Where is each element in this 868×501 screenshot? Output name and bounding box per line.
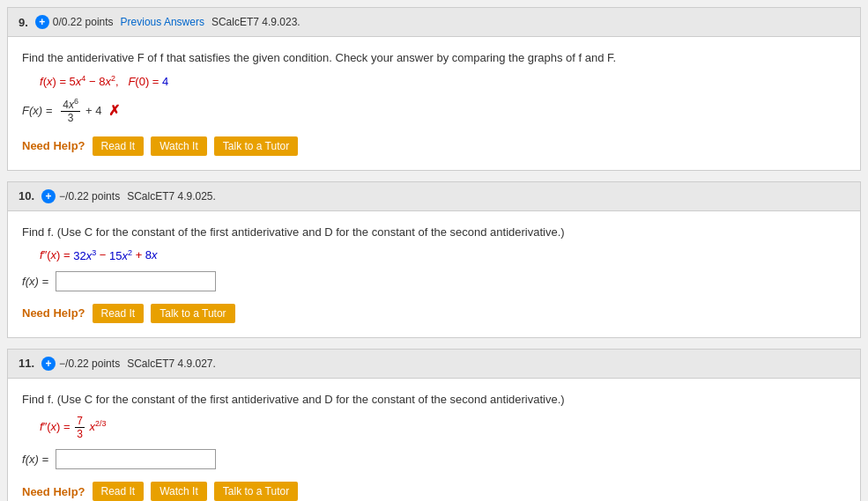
problem-9-points: 0/0.22 points	[53, 16, 114, 28]
x-mark-9: ✗	[108, 102, 120, 119]
problem-10-formula: f″(x) = 32x3 − 15x2 + 8x	[40, 247, 846, 262]
problem-11-code: SCalcET7 4.9.027.	[127, 357, 216, 370]
problem-9: 9. + 0/0.22 points Previous Answers SCal…	[7, 7, 861, 171]
problem-11-points-badge: + −/0.22 points	[41, 357, 120, 371]
watch-it-btn-11[interactable]: Watch It	[151, 482, 207, 501]
problem-10-help-row: Need Help? Read It Talk to a Tutor	[22, 304, 846, 323]
talk-tutor-btn-11[interactable]: Talk to a Tutor	[214, 482, 298, 501]
problem-10-answer-input[interactable]	[56, 271, 216, 291]
problem-11-answer-label: f(x) =	[22, 453, 48, 466]
problem-9-description: Find the antiderivative F of f that sati…	[22, 49, 846, 67]
problem-11-points: −/0.22 points	[59, 357, 120, 370]
problem-11-formula: f″(x) = 7 3 x2/3	[40, 415, 846, 440]
talk-tutor-btn-10[interactable]: Talk to a Tutor	[151, 304, 234, 323]
problem-9-points-badge: + 0/0.22 points	[35, 15, 114, 29]
problem-10-body: Find f. (Use C for the constant of the f…	[8, 211, 860, 337]
need-help-label-10: Need Help?	[22, 306, 85, 320]
problem-10: 10. + −/0.22 points SCalcET7 4.9.025. Fi…	[7, 181, 861, 338]
problem-11-answer-input[interactable]	[56, 449, 216, 469]
problem-9-help-row: Need Help? Read It Watch It Talk to a Tu…	[22, 136, 846, 156]
problem-9-code: SCalcET7 4.9.023.	[211, 16, 300, 28]
problem-9-body: Find the antiderivative F of f that sati…	[8, 37, 860, 170]
watch-it-btn-9[interactable]: Watch It	[151, 136, 207, 156]
problem-10-points: −/0.22 points	[59, 190, 120, 203]
problem-11-number: 11.	[19, 357, 34, 370]
read-it-btn-9[interactable]: Read It	[93, 136, 145, 156]
problem-11-body: Find f. (Use C for the constant of the f…	[8, 379, 860, 501]
read-it-btn-11[interactable]: Read It	[93, 482, 145, 501]
problem-11: 11. + −/0.22 points SCalcET7 4.9.027. Fi…	[7, 349, 861, 501]
problem-10-points-badge: + −/0.22 points	[41, 189, 120, 203]
problem-10-header: 10. + −/0.22 points SCalcET7 4.9.025.	[8, 182, 860, 211]
fraction-9: 4x6 3	[61, 97, 80, 124]
problem-11-answer-row: f(x) =	[22, 449, 846, 469]
talk-tutor-btn-9[interactable]: Talk to a Tutor	[214, 136, 298, 156]
problem-10-answer-row: f(x) =	[22, 271, 846, 291]
plus-icon-10: +	[41, 189, 56, 203]
problem-9-answer-display: 4x6 3 + 4	[59, 97, 101, 124]
problem-9-formula: f(x) = 5x4 − 8x2, F(0) = 4	[40, 74, 846, 88]
problem-9-header: 9. + 0/0.22 points Previous Answers SCal…	[8, 8, 860, 37]
problem-10-code: SCalcET7 4.9.025.	[127, 190, 216, 203]
problem-10-number: 10.	[19, 189, 34, 203]
prev-answers-link-9[interactable]: Previous Answers	[121, 16, 204, 28]
need-help-label-11: Need Help?	[22, 485, 85, 498]
problem-11-help-row: Need Help? Read It Watch It Talk to a Tu…	[22, 482, 846, 501]
problem-9-answer-label: F(x) =	[22, 104, 52, 117]
read-it-btn-10[interactable]: Read It	[93, 304, 145, 323]
problem-10-description: Find f. (Use C for the constant of the f…	[22, 224, 846, 241]
problem-9-number: 9.	[19, 16, 28, 29]
problem-9-answer-row: F(x) = 4x6 3 + 4 ✗	[22, 97, 846, 124]
plus-icon-9: +	[35, 15, 49, 29]
plus-icon-11: +	[41, 357, 56, 371]
problem-10-answer-label: f(x) =	[22, 275, 48, 288]
fraction-11: 7 3	[75, 415, 85, 440]
problem-11-header: 11. + −/0.22 points SCalcET7 4.9.027.	[8, 350, 860, 379]
problem-11-description: Find f. (Use C for the constant of the f…	[22, 391, 846, 409]
need-help-label-9: Need Help?	[22, 139, 85, 152]
